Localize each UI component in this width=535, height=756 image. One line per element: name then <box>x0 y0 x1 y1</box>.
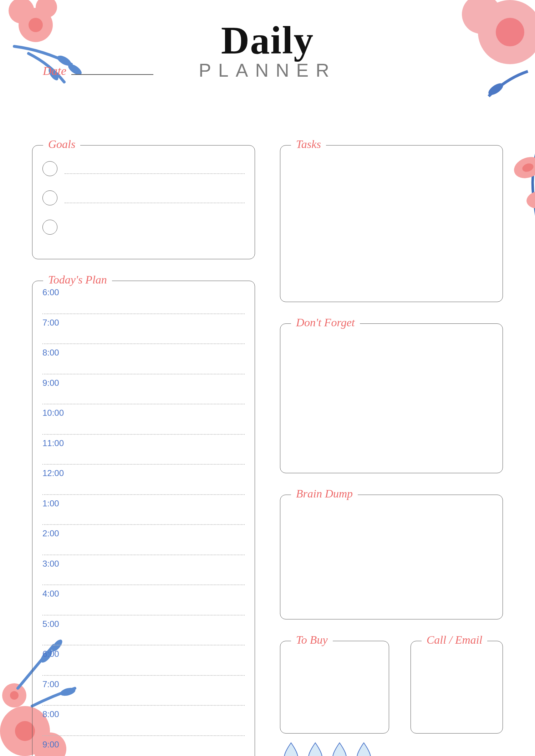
plan-hour-label: 9:00 <box>42 378 59 388</box>
call-email-section[interactable]: Call / Email <box>411 641 503 734</box>
tasks-section[interactable]: Tasks <box>280 145 503 302</box>
plan-hour-row[interactable]: 9:00 <box>42 374 245 405</box>
plan-hour-label: 11:00 <box>42 438 64 448</box>
plan-hour-label: 5:00 <box>42 619 59 629</box>
water-drop-icon[interactable] <box>306 741 324 756</box>
goal-checkbox[interactable] <box>42 161 57 176</box>
call-email-label: Call / Email <box>422 633 487 647</box>
plan-hour-label: 8:00 <box>42 709 59 719</box>
plan-hour-label: 6:00 <box>42 287 59 297</box>
plan-hour-row[interactable]: 1:00 <box>42 495 245 525</box>
plan-hour-row[interactable]: 6:00 <box>42 284 245 314</box>
brain-dump-label: Brain Dump <box>291 487 358 500</box>
goal-row[interactable] <box>42 213 245 242</box>
plan-hour-label: 4:00 <box>42 589 59 599</box>
plan-hour-label: 8:00 <box>42 348 59 358</box>
water-drop-icon[interactable] <box>355 741 373 756</box>
goal-write-line <box>65 173 245 174</box>
water-tracker[interactable] <box>282 741 389 756</box>
goal-checkbox[interactable] <box>42 190 57 205</box>
dont-forget-section[interactable]: Don't Forget <box>280 323 503 473</box>
plan-hour-row[interactable]: 7:00 <box>42 676 245 706</box>
plan-hour-row[interactable]: 7:00 <box>42 314 245 344</box>
goals-section: Goals <box>32 145 255 259</box>
goals-label: Goals <box>43 138 80 151</box>
goal-checkbox[interactable] <box>42 220 57 235</box>
plan-hour-row[interactable]: 4:00 <box>42 585 245 615</box>
todays-plan-section: Today's Plan 6:007:008:009:0010:0011:001… <box>32 281 255 756</box>
goal-row[interactable] <box>42 183 245 213</box>
plan-hour-row[interactable]: 9:00 <box>42 736 245 756</box>
goal-write-line <box>65 203 245 203</box>
plan-hour-label: 7:00 <box>42 679 59 689</box>
plan-hour-row[interactable]: 10:00 <box>42 404 245 435</box>
plan-hour-row[interactable]: 12:00 <box>42 465 245 495</box>
date-label: Date <box>43 64 66 78</box>
plan-hour-label: 6:00 <box>42 649 59 659</box>
brain-dump-section[interactable]: Brain Dump <box>280 495 503 619</box>
plan-hour-row[interactable]: 6:00 <box>42 645 245 676</box>
plan-hour-label: 7:00 <box>42 318 59 328</box>
to-buy-label: To Buy <box>291 633 333 647</box>
plan-hour-row[interactable]: 11:00 <box>42 435 245 465</box>
water-drop-icon[interactable] <box>282 741 300 756</box>
plan-hour-row[interactable]: 8:00 <box>42 706 245 736</box>
date-field[interactable]: Date <box>43 64 153 78</box>
plan-hour-row[interactable]: 2:00 <box>42 525 245 555</box>
plan-hour-row[interactable]: 3:00 <box>42 555 245 586</box>
tasks-label: Tasks <box>291 138 326 151</box>
plan-hour-label: 3:00 <box>42 559 59 569</box>
plan-hour-label: 10:00 <box>42 408 64 418</box>
date-underline <box>71 74 153 75</box>
plan-hour-label: 9:00 <box>42 740 59 750</box>
to-buy-section[interactable]: To Buy <box>280 641 389 734</box>
plan-hour-row[interactable]: 5:00 <box>42 615 245 646</box>
plan-hour-label: 1:00 <box>42 499 59 509</box>
title-main: Daily <box>32 18 503 63</box>
goal-row[interactable] <box>42 154 245 183</box>
dont-forget-label: Don't Forget <box>291 316 360 329</box>
water-drop-icon[interactable] <box>331 741 348 756</box>
plan-hour-label: 12:00 <box>42 468 64 478</box>
plan-hour-label: 2:00 <box>42 528 59 538</box>
plan-hour-row[interactable]: 8:00 <box>42 344 245 374</box>
